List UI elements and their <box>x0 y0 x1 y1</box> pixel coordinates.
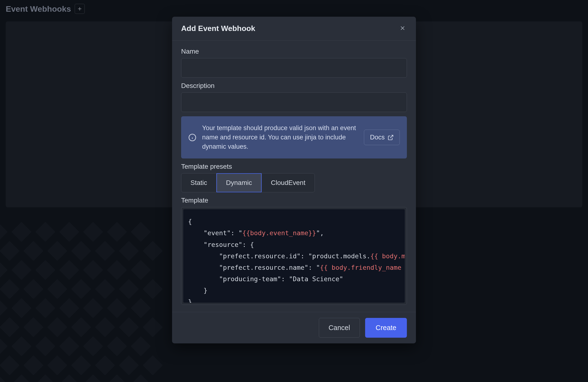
close-icon <box>399 25 406 31</box>
create-button[interactable]: Create <box>365 318 407 338</box>
docs-button[interactable]: Docs <box>364 130 400 145</box>
modal-body: Name Description Your template should pr… <box>172 40 416 307</box>
info-text: Your template should produce valid json … <box>202 123 358 151</box>
external-link-icon <box>388 134 394 141</box>
info-icon <box>188 134 196 142</box>
cancel-button[interactable]: Cancel <box>319 318 360 338</box>
description-label: Description <box>181 82 407 90</box>
name-input[interactable] <box>181 58 407 78</box>
svg-line-8 <box>390 135 393 138</box>
preset-cloudevent[interactable]: CloudEvent <box>262 173 315 192</box>
description-input[interactable] <box>181 93 407 112</box>
name-label: Name <box>181 48 407 55</box>
template-presets-label: Template presets <box>181 163 407 170</box>
close-button[interactable] <box>398 24 407 33</box>
modal-header: Add Event Webhook <box>172 17 416 40</box>
preset-dynamic[interactable]: Dynamic <box>216 173 262 192</box>
template-presets-row: StaticDynamicCloudEvent <box>181 173 407 192</box>
name-field-group: Name <box>181 48 407 78</box>
add-event-webhook-modal: Add Event Webhook Name Description Your … <box>172 17 416 344</box>
info-banner: Your template should produce valid json … <box>181 116 407 158</box>
description-field-group: Description <box>181 82 407 112</box>
docs-button-label: Docs <box>370 134 385 141</box>
template-label: Template <box>181 197 407 204</box>
template-editor-container: { "event": "{{body.event_name}}", "resou… <box>181 207 407 305</box>
modal-footer: Cancel Create <box>172 312 416 344</box>
modal-overlay: Add Event Webhook Name Description Your … <box>0 0 588 382</box>
preset-static[interactable]: Static <box>181 173 216 192</box>
template-group: Template { "event": "{{body.event_name}}… <box>181 197 407 305</box>
modal-title: Add Event Webhook <box>181 24 255 33</box>
template-editor[interactable]: { "event": "{{body.event_name}}", "resou… <box>183 209 405 303</box>
template-presets-group: Template presets StaticDynamicCloudEvent <box>181 163 407 192</box>
